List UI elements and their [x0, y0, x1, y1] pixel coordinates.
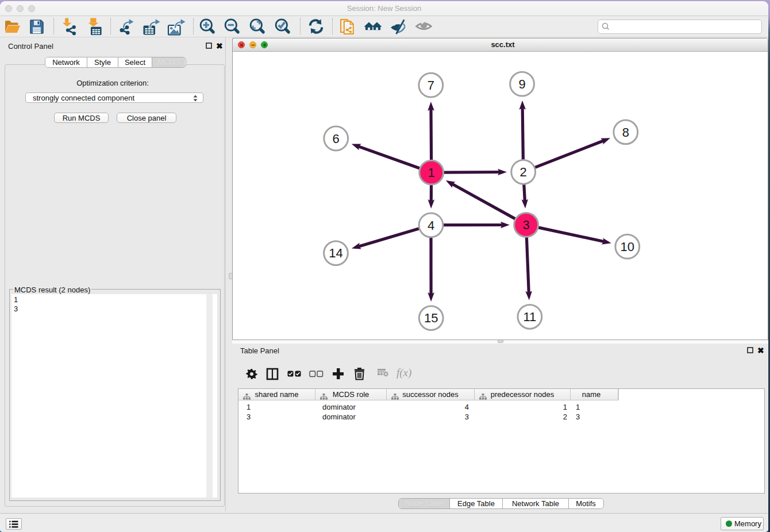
svg-text:3: 3: [522, 218, 529, 232]
svg-text:4: 4: [428, 218, 434, 233]
svg-text:11: 11: [523, 310, 536, 324]
svg-text:2: 2: [520, 165, 527, 179]
svg-text:6: 6: [333, 132, 340, 146]
svg-text:15: 15: [424, 311, 438, 325]
svg-text:10: 10: [621, 240, 634, 254]
svg-text:1: 1: [428, 165, 435, 180]
svg-text:8: 8: [622, 125, 629, 140]
svg-text:7: 7: [428, 78, 434, 92]
svg-text:9: 9: [518, 77, 525, 91]
svg-text:14: 14: [329, 246, 342, 260]
